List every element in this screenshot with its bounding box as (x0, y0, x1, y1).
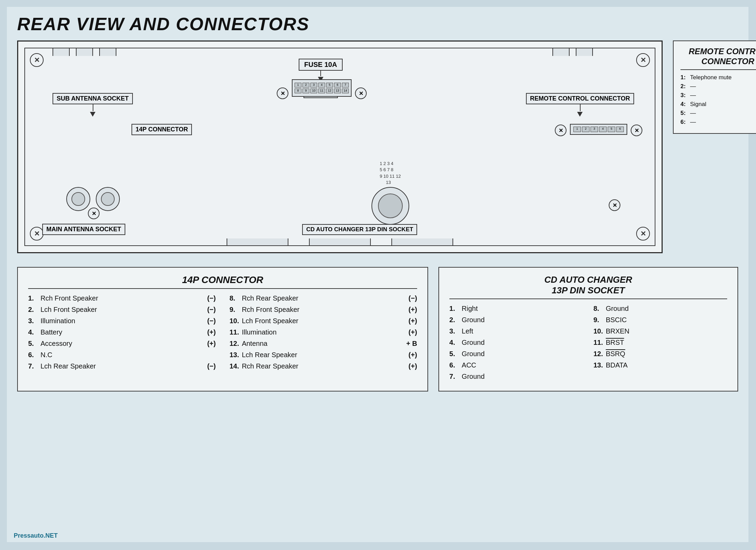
bottom-section: 14P CONNECTOR 1.Rch Front Speaker(−)2.Lc… (17, 267, 738, 391)
conn-sign: (−) (198, 306, 216, 314)
remote-item: 2:— (680, 83, 756, 90)
cd-label: Right (462, 305, 583, 313)
cd-item: 2.Ground (449, 316, 583, 324)
rpin-6: 6 (616, 127, 624, 132)
remote-control-label-area: REMOTE CONTROL CONNECTOR (526, 93, 634, 117)
top-tabs-right (552, 48, 593, 56)
plug-row-2: 8 9 10 11 12 13 14 (295, 89, 349, 93)
remote-6pin-box: 1 2 3 4 5 6 (570, 124, 627, 135)
cd-label: Ground (606, 305, 727, 313)
top-tabs-left (53, 48, 116, 56)
remote-arrow (577, 112, 583, 117)
cd-label: BDATA (606, 361, 727, 369)
sub-antenna-circle-1 (66, 187, 90, 211)
cd-item: 10.BRXEN (593, 327, 727, 335)
cd-socket-label-area: CD AUTO CHANGER 13P DIN SOCKET (302, 224, 417, 235)
cd-num: 8. (593, 305, 606, 313)
conn-num: 14. (229, 362, 242, 370)
cd-label: Left (462, 327, 583, 335)
conn-sign: (−) (198, 294, 216, 302)
conn-num: 4. (28, 328, 41, 336)
conn-sign: (+) (400, 328, 417, 336)
conn-label: Rch Front Speaker (242, 306, 400, 314)
remote-label: — (690, 92, 696, 99)
remote-item: 5:— (680, 110, 756, 117)
14p-plug: ✕ ✕ 1 2 3 4 5 6 7 (292, 79, 352, 97)
cd-num: 1. (449, 305, 462, 313)
sub-antenna-circle-inner-2 (101, 192, 115, 206)
watermark: Pressauto.NET (14, 532, 58, 539)
conn-label: Lch Front Speaker (41, 306, 198, 314)
conn-label: N.C (41, 351, 198, 359)
cd-item: 13.BDATA (593, 361, 727, 369)
remote-item: 6:— (680, 119, 756, 126)
remote-num: 1: (680, 74, 690, 81)
plug-row-1: 1 2 3 4 5 6 7 (295, 83, 349, 87)
pin-12: 12 (326, 89, 333, 93)
connector-item: 4.Battery(+) (28, 328, 216, 336)
conn-sign: (−) (400, 294, 417, 302)
fuse-arrow-line (320, 71, 321, 76)
remote-standalone-box: REMOTE CONTROLCONNECTOR 1:Telephone mute… (673, 40, 756, 134)
conn-sign: (+) (400, 362, 417, 370)
cd-label: Ground (462, 316, 583, 324)
cd-socket-area: 1 2 3 4 5 6 7 8 9 10 11 12 13 (371, 161, 409, 225)
corner-circle-tr: ✕ (636, 53, 650, 67)
cd-item: 9.BSCIC (593, 316, 727, 324)
conn-num: 5. (28, 340, 41, 348)
remote-num: 5: (680, 110, 690, 117)
connector-item: 13.Lch Rear Speaker(+) (229, 351, 417, 359)
conn-num: 1. (28, 294, 41, 302)
cd-item: 4.Ground (449, 339, 583, 347)
cd-item: 12.BSRQ (593, 350, 727, 358)
connector-item: 2.Lch Front Speaker(−) (28, 306, 216, 314)
rpin-2: 2 (582, 127, 589, 132)
conn-sign: (+) (400, 306, 417, 314)
cd-label: Ground (462, 373, 583, 381)
conn-label: Illumination (242, 328, 400, 336)
remote-num: 3: (680, 92, 690, 99)
pin-4: 4 (318, 83, 325, 87)
cd-item: 5.Ground (449, 350, 583, 358)
cd-item: 3.Left (449, 327, 583, 335)
conn-label: Battery (41, 328, 198, 336)
cd-label: BSRQ (606, 350, 727, 358)
diagram-inner: ✕ ✕ ✕ ✕ (24, 48, 655, 246)
plug-outer: 1 2 3 4 5 6 7 8 9 10 (292, 79, 352, 97)
cd-num: 9. (593, 316, 606, 324)
connector-item: 3.Illumination(−) (28, 317, 216, 325)
rpin-x-right: ✕ (631, 125, 642, 136)
conn-sign: (+) (400, 317, 417, 325)
14p-connector-label: 14P CONNECTOR (131, 124, 192, 135)
remote-label: — (690, 83, 696, 90)
corner-circle-br: ✕ (636, 227, 650, 241)
conn-num: 11. (229, 328, 242, 336)
cd-label: Ground (462, 350, 583, 358)
remote-num: 4: (680, 101, 690, 108)
bottom-tabs (227, 238, 453, 246)
connector-item: 6.N.C (28, 351, 216, 359)
cd-x-right: ✕ (609, 199, 620, 211)
cd-num: 3. (449, 327, 462, 335)
sub-antenna-circle-inner-1 (71, 192, 85, 206)
conn-label: Lch Front Speaker (242, 317, 400, 325)
conn-label: Accessory (41, 340, 198, 348)
cd-num: 13. (593, 361, 606, 369)
pin-6: 6 (334, 83, 341, 87)
rpin-5: 5 (608, 127, 615, 132)
remote-standalone-title: REMOTE CONTROLCONNECTOR (680, 47, 756, 70)
cd-item: 1.Right (449, 305, 583, 313)
cd-item: 6.ACC (449, 361, 583, 369)
sub-antenna-arrow-line (93, 104, 93, 111)
conn-num: 3. (28, 317, 41, 325)
corner-circle-bl: ✕ (30, 227, 44, 241)
cd-socket-outer (371, 187, 409, 225)
conn-label: Lch Rear Speaker (242, 351, 400, 359)
pin-10: 10 (310, 89, 317, 93)
remote-num: 6: (680, 119, 690, 126)
connector-left-col: 1.Rch Front Speaker(−)2.Lch Front Speake… (28, 294, 216, 374)
pin-7: 7 (342, 83, 349, 87)
fuse-label: FUSE 10A (299, 59, 343, 71)
cd-item: 11.BRST (593, 339, 727, 347)
conn-sign: (+) (198, 328, 216, 336)
